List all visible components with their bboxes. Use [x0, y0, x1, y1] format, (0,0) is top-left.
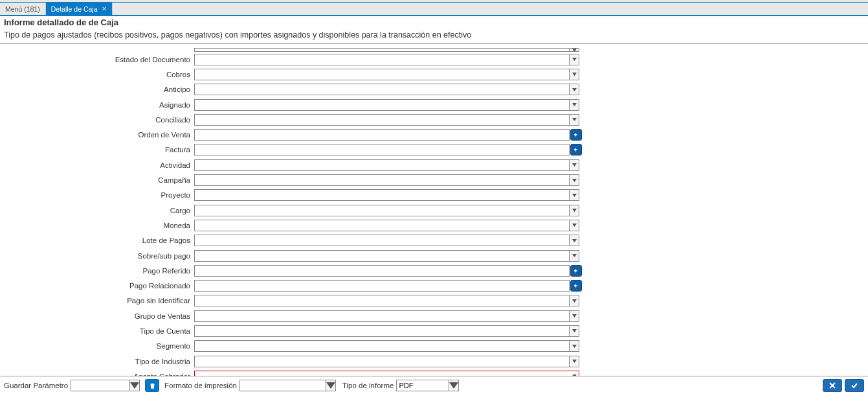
field-input[interactable] [194, 235, 570, 246]
chevron-down-icon[interactable] [570, 54, 579, 65]
form-row: Sobre/sub pago [0, 248, 868, 263]
field-label: Tipo de Industria [0, 358, 194, 365]
form-row: Grupo de Ventas [0, 308, 868, 323]
field-input[interactable] [194, 129, 570, 141]
chevron-down-icon[interactable] [570, 174, 579, 186]
field-input[interactable] [194, 220, 570, 231]
chevron-down-icon[interactable] [570, 205, 579, 216]
report-type-label: Tipo de informe [342, 382, 394, 389]
form-row: Tipo de Cuenta [0, 323, 868, 338]
chevron-down-icon[interactable] [570, 250, 579, 262]
lookup-button[interactable] [570, 265, 582, 277]
chevron-down-icon[interactable] [570, 99, 579, 111]
print-format-label: Formato de impresión [164, 382, 237, 389]
field-input[interactable] [194, 69, 570, 80]
lookup-button[interactable] [570, 280, 582, 292]
field-input[interactable] [194, 48, 570, 52]
trash-icon [149, 382, 156, 389]
field-label: Pago Relacionado [0, 282, 194, 290]
close-icon[interactable]: ✕ [102, 5, 107, 12]
chevron-down-icon[interactable] [570, 295, 579, 306]
field-label: Actividad [0, 161, 194, 169]
field-input[interactable] [194, 250, 570, 262]
field-label: Segmento [0, 342, 194, 350]
field-label: Pago sin Identificar [0, 297, 194, 305]
field-label: Cobros [0, 71, 194, 78]
field-label: Cargo [0, 207, 194, 214]
field-input[interactable] [194, 159, 570, 171]
chevron-down-icon[interactable] [570, 84, 579, 95]
field-input[interactable] [194, 189, 570, 201]
footer-bar: Guardar Parámetro Formato de impresión T… [0, 376, 868, 395]
form-row: Lote de Pagos [0, 233, 868, 248]
field-label: Orden de Venta [0, 131, 194, 139]
field-input[interactable] [194, 205, 570, 216]
form-row: Segmento [0, 339, 868, 354]
chevron-down-icon[interactable] [570, 356, 579, 367]
tab-menu[interactable]: Menú (181) [0, 3, 46, 15]
field-label: Tipo de Documento [0, 48, 194, 52]
chevron-down-icon[interactable] [570, 48, 579, 52]
delete-button[interactable] [145, 379, 159, 392]
field-input[interactable] [194, 174, 570, 186]
field-input[interactable] [194, 371, 579, 376]
field-input[interactable] [194, 84, 570, 95]
field-label: Tipo de Cuenta [0, 327, 194, 335]
form-row: Actividad [0, 157, 868, 172]
form-row: Pago sin Identificar [0, 294, 868, 308]
form-row: Proyecto [0, 188, 868, 203]
field-input[interactable] [194, 99, 570, 111]
form-scroll-area[interactable]: Tipo de DocumentoEstado del DocumentoCob… [0, 44, 868, 376]
tab-bar: Menú (181) Detalle de Caja ✕ [0, 3, 868, 16]
check-icon [851, 382, 858, 389]
form-row: Moneda [0, 218, 868, 233]
field-label: Asignado [0, 101, 194, 109]
chevron-down-icon[interactable] [570, 159, 579, 171]
form-row: Conciliado [0, 112, 868, 127]
report-type-dropdown[interactable] [449, 380, 459, 391]
field-input[interactable] [194, 356, 570, 367]
save-param-input[interactable] [71, 380, 130, 391]
chevron-down-icon[interactable] [570, 69, 579, 80]
chevron-down-icon[interactable] [570, 310, 579, 322]
chevron-down-icon[interactable] [570, 340, 579, 352]
field-input[interactable] [194, 325, 570, 337]
field-label: Moneda [0, 222, 194, 229]
chevron-down-icon[interactable] [570, 114, 579, 126]
chevron-down-icon[interactable] [570, 235, 579, 246]
field-label: Pago Referido [0, 267, 194, 275]
field-input[interactable] [194, 310, 570, 322]
field-label: Agente Cobrador [0, 373, 194, 376]
form-row: Campaña [0, 172, 868, 187]
field-input[interactable] [194, 114, 570, 126]
form-row: Agente Cobrador [0, 369, 868, 376]
field-input[interactable] [194, 295, 570, 306]
report-type-input[interactable] [396, 380, 449, 391]
field-input[interactable] [194, 54, 570, 65]
form-row: Asignado [0, 97, 868, 112]
field-input[interactable] [194, 280, 570, 292]
field-input[interactable] [194, 144, 570, 155]
field-label: Grupo de Ventas [0, 312, 194, 320]
field-label: Factura [0, 146, 194, 154]
tab-detalle-caja[interactable]: Detalle de Caja ✕ [46, 3, 113, 15]
field-input[interactable] [194, 340, 570, 352]
print-format-input[interactable] [239, 380, 326, 391]
chevron-down-icon[interactable] [570, 371, 579, 376]
chevron-down-icon[interactable] [570, 220, 579, 231]
form-row: Factura [0, 143, 868, 157]
print-format-dropdown[interactable] [326, 380, 336, 391]
chevron-down-icon[interactable] [570, 189, 579, 201]
form-row: Cargo [0, 203, 868, 218]
form-row: Pago Relacionado [0, 278, 868, 293]
form-row: Pago Referido [0, 263, 868, 278]
form-row: Tipo de Documento [0, 47, 868, 52]
field-input[interactable] [194, 265, 570, 277]
save-param-dropdown[interactable] [130, 380, 140, 391]
confirm-button[interactable] [845, 379, 864, 392]
lookup-button[interactable] [570, 129, 582, 141]
chevron-down-icon[interactable] [570, 325, 579, 337]
cancel-button[interactable] [823, 379, 842, 392]
lookup-button[interactable] [570, 144, 582, 155]
form-row: Orden de Venta [0, 127, 868, 142]
